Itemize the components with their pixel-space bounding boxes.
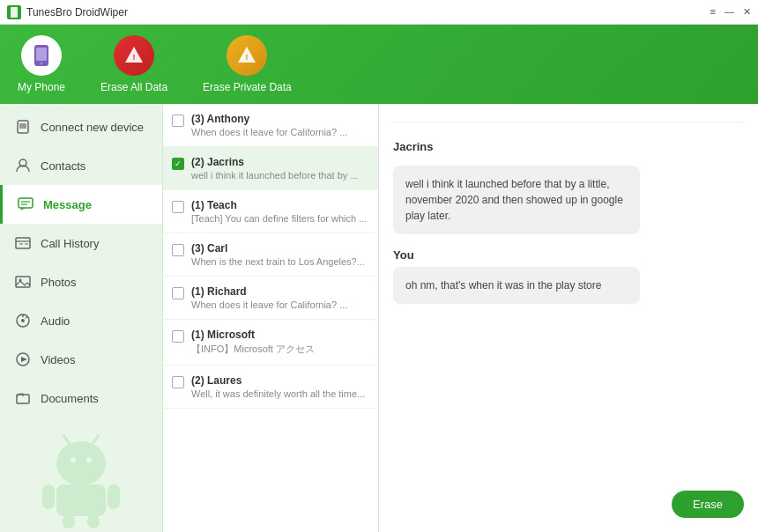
- app-header: My Phone ! Erase All Data ! Erase Privat…: [0, 25, 758, 104]
- message-checkbox[interactable]: [172, 376, 184, 388]
- message-preview: When does it leave for California? ...: [191, 127, 369, 137]
- phone-icon: [29, 43, 54, 68]
- message-item[interactable]: (2) Laures Well, it was definitely worth…: [163, 366, 378, 409]
- erase-button-container: Erase: [672, 491, 744, 518]
- svg-point-22: [21, 319, 25, 322]
- sidebar-item-documents[interactable]: Documents: [0, 379, 162, 417]
- message-checkbox[interactable]: [172, 201, 184, 213]
- svg-point-28: [56, 441, 106, 485]
- message-item[interactable]: (1) Richard When does it leave for Calif…: [163, 277, 378, 320]
- sidebar-item-audio[interactable]: Audio: [0, 301, 162, 340]
- erase-all-icon-bg: !: [114, 35, 154, 76]
- sidebar-item-contacts-label: Contacts: [41, 159, 85, 173]
- call-history-icon: [14, 234, 32, 252]
- message-sender-name: (1) Teach: [191, 199, 369, 211]
- app-name: TunesBro DroidWiper: [26, 6, 128, 18]
- sidebar: Connect new device Contacts Message Call…: [0, 104, 163, 532]
- detail-top-divider: [393, 122, 744, 122]
- svg-line-24: [26, 316, 27, 319]
- received-section: Jacrins well i think it launched before …: [393, 140, 744, 234]
- message-list[interactable]: (3) Anthony When does it leave for Calif…: [163, 104, 379, 532]
- message-checkbox[interactable]: [172, 287, 184, 299]
- svg-rect-15: [16, 238, 30, 248]
- erase-all-icon: !: [122, 43, 146, 68]
- message-sender-name: (3) Anthony: [191, 113, 369, 125]
- close-button[interactable]: ✕: [743, 6, 751, 18]
- message-preview: When does it leave for California? ...: [191, 299, 369, 310]
- svg-rect-1: [11, 7, 18, 18]
- message-detail: Jacrins well i think it launched before …: [379, 104, 758, 532]
- svg-marker-26: [21, 357, 27, 362]
- svg-text:!: !: [246, 53, 249, 62]
- nav-erase-private-label: Erase Private Data: [203, 81, 292, 93]
- minimize-button[interactable]: —: [725, 6, 734, 18]
- nav-erase-all[interactable]: ! Erase All Data: [100, 35, 167, 93]
- sidebar-item-photos[interactable]: Photos: [0, 262, 162, 301]
- message-preview: well i think it launched before that by …: [191, 170, 369, 181]
- sidebar-item-videos-label: Videos: [41, 353, 76, 366]
- message-item[interactable]: (1) Microsoft 【INFO】Microsoft アクセス: [163, 320, 378, 366]
- message-body: (1) Teach [Teach] You can define filters…: [191, 199, 369, 224]
- message-sender-name: (3) Carl: [191, 242, 369, 255]
- nav-erase-private[interactable]: ! Erase Private Data: [203, 35, 292, 93]
- message-checkbox[interactable]: [172, 115, 184, 127]
- message-preview: Well, it was definitely worth all the ti…: [191, 388, 369, 399]
- svg-rect-3: [36, 48, 47, 61]
- app-icon: [7, 5, 21, 19]
- sidebar-item-connect[interactable]: Connect new device: [0, 107, 162, 146]
- message-preview: [Teach] You can define filters for which…: [191, 213, 369, 224]
- message-checkbox[interactable]: [172, 330, 184, 343]
- connect-icon: [14, 118, 32, 136]
- contacts-icon: [14, 157, 32, 174]
- title-bar: TunesBro DroidWiper ≡ — ✕: [0, 0, 758, 25]
- svg-rect-36: [63, 514, 75, 528]
- message-item[interactable]: (3) Anthony When does it leave for Calif…: [163, 104, 378, 147]
- message-item[interactable]: (1) Teach [Teach] You can define filters…: [163, 190, 378, 233]
- svg-line-29: [63, 435, 70, 444]
- svg-rect-19: [16, 277, 30, 287]
- app-logo: TunesBro DroidWiper: [7, 5, 128, 19]
- message-item[interactable]: (3) Carl When is the next train to Los A…: [163, 233, 378, 277]
- nav-my-phone[interactable]: My Phone: [18, 35, 65, 93]
- erase-private-icon-bg: !: [227, 35, 267, 76]
- documents-icon: [14, 389, 32, 407]
- sidebar-item-call-history[interactable]: Call History: [0, 224, 162, 262]
- photos-icon: [14, 273, 32, 291]
- sidebar-item-audio-label: Audio: [41, 314, 70, 328]
- svg-line-30: [93, 435, 99, 444]
- message-sender-name: (1) Richard: [191, 285, 369, 298]
- nav-my-phone-label: My Phone: [18, 81, 65, 93]
- sidebar-item-photos-label: Photos: [41, 276, 76, 289]
- svg-rect-12: [19, 198, 33, 208]
- message-body: (2) Jacrins well i think it launched bef…: [191, 156, 369, 181]
- message-item[interactable]: ✓ (2) Jacrins well i think it launched b…: [163, 147, 378, 190]
- message-body: (1) Richard When does it leave for Calif…: [191, 285, 369, 310]
- sidebar-item-message[interactable]: Message: [0, 185, 162, 224]
- sidebar-item-videos[interactable]: Videos: [0, 340, 162, 379]
- svg-point-4: [41, 63, 43, 65]
- message-sender-name: (1) Microsoft: [191, 329, 369, 341]
- content-area: (3) Anthony When does it leave for Calif…: [163, 104, 758, 532]
- message-checkbox[interactable]: ✓: [172, 158, 184, 170]
- window-controls: ≡ — ✕: [710, 6, 751, 18]
- sidebar-item-call-history-label: Call History: [41, 237, 99, 250]
- message-icon: [17, 196, 34, 213]
- my-phone-icon-bg: [21, 35, 62, 76]
- message-body: (3) Carl When is the next train to Los A…: [191, 242, 369, 267]
- svg-rect-37: [87, 514, 100, 528]
- sidebar-item-contacts[interactable]: Contacts: [0, 146, 162, 185]
- svg-text:!: !: [133, 53, 136, 62]
- sidebar-item-connect-label: Connect new device: [41, 121, 144, 134]
- message-preview: When is the next train to Los Angeles?..…: [191, 256, 369, 267]
- videos-icon: [14, 351, 32, 368]
- message-body: (3) Anthony When does it leave for Calif…: [191, 113, 369, 137]
- erase-button[interactable]: Erase: [672, 491, 744, 518]
- svg-point-31: [71, 457, 76, 462]
- message-body: (1) Microsoft 【INFO】Microsoft アクセス: [191, 329, 369, 356]
- main-layout: Connect new device Contacts Message Call…: [0, 104, 758, 532]
- received-bubble: well i think it launched before that by …: [393, 166, 640, 234]
- message-checkbox[interactable]: [172, 244, 184, 256]
- erase-private-icon: !: [234, 43, 259, 68]
- you-label: You: [393, 248, 744, 262]
- message-body: (2) Laures Well, it was definitely worth…: [191, 374, 369, 399]
